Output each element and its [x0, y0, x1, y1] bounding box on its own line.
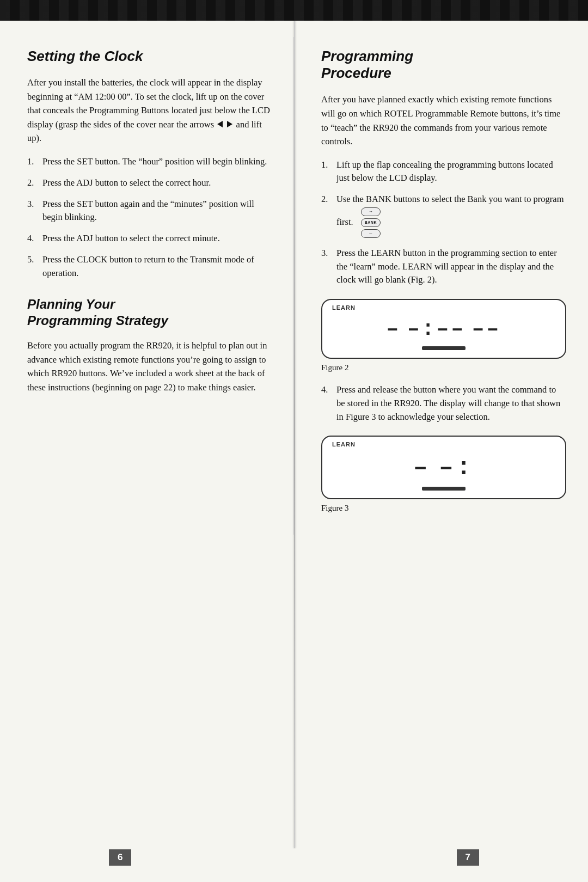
page-number-left: 6 [109, 849, 131, 866]
programming-steps-list: 1. Lift up the flap concealing the progr… [321, 158, 566, 287]
top-bar [0, 0, 588, 21]
right-column: Programming Procedure After you have pla… [294, 37, 588, 535]
figure3-display-content: – –: [332, 443, 555, 483]
clock-step-2: 2. Press the ADJ button to select the co… [27, 176, 272, 190]
page-number-right: 7 [457, 849, 479, 866]
clock-step-3: 3. Press the SET button again and the “m… [27, 198, 272, 225]
prog-step-3: 3. Press the LEARN button in the program… [321, 247, 566, 287]
clock-step-1: 1. Press the SET button. The “hour” posi… [27, 155, 272, 169]
clock-step-4: 4. Press the ADJ button to select the co… [27, 232, 272, 246]
bank-label: BANK [361, 218, 381, 227]
figure2-learn-label: LEARN [332, 304, 356, 311]
figure-3-display: LEARN – –: [321, 436, 566, 499]
prog-step4-list: 4. Press and release the button where yo… [321, 383, 566, 424]
planning-body: Before you actually program the RR920, i… [27, 339, 272, 394]
prog-step-2: 2. Use the BANK buttons to select the Ba… [321, 193, 566, 239]
planning-section: Planning Your Programming Strategy Befor… [27, 296, 272, 394]
arrow-right-icon [227, 121, 232, 127]
prog-step-1: 1. Lift up the flap concealing the progr… [321, 158, 566, 186]
bank-button-icons: → BANK ← [361, 206, 381, 239]
bank-down-button: ← [361, 229, 381, 238]
arrow-left-icon [217, 121, 223, 127]
setting-clock-section: Setting the Clock After you install the … [27, 48, 272, 280]
programming-intro: After you have planned exactly which exi… [321, 93, 566, 148]
fold-line [294, 21, 295, 848]
figure3-caption: Figure 3 [321, 504, 566, 513]
page-numbers: 6 7 [0, 849, 588, 877]
setting-clock-title: Setting the Clock [27, 48, 272, 65]
programming-title: Programming Procedure [321, 48, 566, 82]
figure3-bottom-bar [422, 487, 465, 491]
left-column: Setting the Clock After you install the … [0, 37, 294, 535]
planning-title: Planning Your Programming Strategy [27, 296, 272, 329]
bank-up-button: → [361, 207, 381, 216]
figure2-display-content: – –:–– –– [332, 307, 555, 343]
prog-step-4: 4. Press and release the button where yo… [321, 383, 566, 424]
programming-procedure-section: Programming Procedure After you have pla… [321, 48, 566, 513]
clock-steps-list: 1. Press the SET button. The “hour” posi… [27, 155, 272, 280]
figure2-caption: Figure 2 [321, 363, 566, 372]
figure-2-display: LEARN – –:–– –– [321, 299, 566, 359]
clock-step-5: 5. Press the CLOCK button to return to t… [27, 253, 272, 280]
figure3-learn-label: LEARN [332, 441, 356, 448]
figure2-bottom-bar [422, 346, 465, 350]
setting-clock-intro: After you install the batteries, the clo… [27, 76, 272, 145]
